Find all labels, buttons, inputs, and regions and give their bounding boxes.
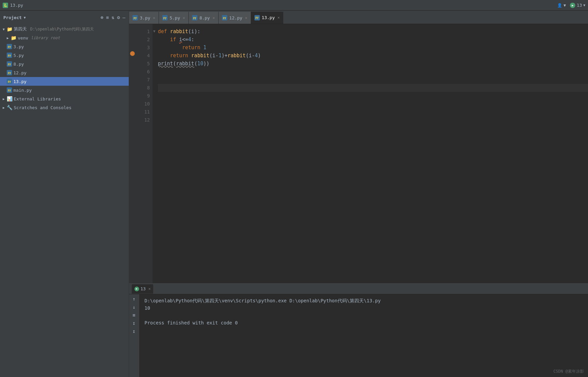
- number-4: 4: [188, 35, 191, 44]
- tab-icon-active: py: [254, 15, 260, 20]
- console-output-number: 10: [144, 304, 583, 312]
- breakpoint-gutter: [129, 24, 136, 283]
- profile-icon: 👤: [557, 3, 562, 8]
- py-file-icon: py: [7, 61, 12, 67]
- scratches-and-consoles-item[interactable]: ▶ 🔧 Scratches and Consoles: [0, 103, 129, 112]
- console-tab-close[interactable]: ✕: [149, 287, 151, 291]
- tree-file-8py[interactable]: py 8.py: [0, 60, 129, 68]
- scratches-label: Scratches and Consoles: [14, 105, 71, 110]
- close-sidebar-icon[interactable]: —: [123, 15, 125, 20]
- console-area: ▶ 13 ✕ ↑ ↓ ≡ ↧ ↥ D:\openlab\Python代码\第四天…: [129, 283, 588, 377]
- sidebar-actions: ⊕ ≡ ⇅ ⚙ —: [101, 15, 125, 20]
- tree-file-5py[interactable]: py 5.py: [0, 51, 129, 60]
- paren8: )): [203, 60, 209, 68]
- code-line-10: [158, 100, 588, 108]
- code-line-2: if i<=4:: [158, 35, 588, 44]
- indent-2: [158, 35, 170, 44]
- tab-5py[interactable]: py 5.py ✕: [159, 12, 189, 24]
- collapse-all-icon[interactable]: ≡: [106, 15, 109, 20]
- code-content[interactable]: ▼ def rabbit(i): if i<=4: return 1 retur…: [153, 24, 588, 283]
- tree-file-12py[interactable]: py 12.py: [0, 68, 129, 77]
- op-minus2: -: [252, 52, 255, 60]
- py-file-icon: py: [7, 70, 12, 75]
- external-libraries-label: External Libraries: [14, 96, 61, 101]
- code-line-9: [158, 92, 588, 100]
- sidebar-title: Project: [3, 15, 22, 20]
- tree-root-folder[interactable]: ▼ 📁 第四天 D:\openlab\Python代码\第四天: [0, 25, 129, 33]
- paren3: ): [222, 52, 225, 60]
- code-line-6: [158, 68, 588, 76]
- external-libraries-item[interactable]: ▶ 📊 External Libraries: [0, 94, 129, 103]
- sidebar-title-area[interactable]: Project ▼: [3, 15, 26, 20]
- number-4b: 4: [255, 52, 258, 60]
- sidebar: Project ▼ ⊕ ≡ ⇅ ⚙ — ▼ 📁 第四天 D:\openlab\P…: [0, 11, 129, 377]
- console-tab-13[interactable]: ▶ 13 ✕: [132, 284, 153, 294]
- code-editor[interactable]: 1 2 3 4 5 6 7 8 9 10 11 12 ▼ def rabbit(…: [129, 24, 588, 283]
- number-1: 1: [203, 44, 206, 52]
- tab-close-3py[interactable]: ✕: [153, 16, 155, 20]
- tree-file-3py[interactable]: py 3.py: [0, 42, 129, 51]
- keyword-return2: return: [170, 52, 191, 60]
- tab-13py[interactable]: py 13.py ✕: [251, 12, 284, 24]
- tab-icon: py: [162, 15, 168, 20]
- scratches-arrow-icon: ▶: [3, 106, 5, 109]
- sidebar-chevron-icon: ▼: [24, 16, 26, 19]
- tab-close-12py[interactable]: ✕: [245, 16, 247, 20]
- title-bar-right: 👤 ▼ ▶ 13 ▼: [557, 3, 585, 8]
- profile-chevron: ▼: [564, 3, 566, 8]
- settings-icon[interactable]: ⚙: [117, 15, 120, 20]
- tab-3py[interactable]: py 3.py ✕: [129, 12, 159, 24]
- console-blank-line: [144, 312, 583, 319]
- tab-close-13py[interactable]: ✕: [278, 15, 280, 20]
- scroll-up-btn[interactable]: ↑: [132, 296, 135, 302]
- main-layout: Project ▼ ⊕ ≡ ⇅ ⚙ — ▼ 📁 第四天 D:\openlab\P…: [0, 11, 588, 377]
- locate-icon[interactable]: ⊕: [101, 15, 103, 20]
- code-line-1: ▼ def rabbit(i):: [158, 27, 588, 35]
- breakpoint-line4[interactable]: [130, 51, 135, 56]
- profile-area[interactable]: 👤 ▼: [557, 3, 566, 8]
- paren2: (: [210, 52, 213, 60]
- scroll-down-btn[interactable]: ↓: [132, 304, 135, 310]
- file-name-13py: 13.py: [13, 79, 26, 84]
- py-file-icon: py: [7, 87, 12, 93]
- code-line-8: [158, 84, 588, 92]
- tree-venv[interactable]: ▶ 📁 venv library root: [0, 33, 129, 42]
- tree-file-13py[interactable]: py 13.py: [0, 77, 129, 86]
- ext-libs-arrow-icon: ▶: [3, 97, 5, 101]
- venv-folder-icon: 📁: [11, 35, 16, 41]
- file-tree: ▼ 📁 第四天 D:\openlab\Python代码\第四天 ▶ 📁 venv…: [0, 24, 129, 377]
- expand-all-icon[interactable]: ⇅: [112, 15, 114, 20]
- op-le: <=: [182, 35, 188, 44]
- more-btn[interactable]: ↥: [132, 328, 135, 334]
- console-output: D:\openlab\Python代码\第四天\venv\Scripts\pyt…: [139, 294, 588, 377]
- run-area[interactable]: ▶ 13 ▼: [570, 3, 585, 8]
- code-line-11: [158, 108, 588, 116]
- pin-btn[interactable]: ↧: [132, 320, 135, 326]
- tab-label-5py: 5.py: [170, 15, 180, 20]
- colon: :: [191, 35, 194, 44]
- param-i: i: [191, 27, 194, 35]
- console-run-icon: ▶: [134, 287, 139, 291]
- right-panel: py 3.py ✕ py 5.py ✕ py 8.py ✕ py 12.py ✕…: [129, 11, 588, 377]
- root-path: D:\openlab\Python代码\第四天: [30, 26, 94, 32]
- console-tab-bar: ▶ 13 ✕: [129, 284, 588, 294]
- tab-close-8py[interactable]: ✕: [213, 16, 215, 20]
- title-bar-left: 🐍 13.py: [3, 3, 23, 8]
- number-1b: 1: [219, 52, 222, 60]
- paren: (: [188, 27, 191, 35]
- py-file-icon: py: [7, 44, 12, 49]
- op-minus: -: [216, 52, 219, 60]
- tab-close-5py[interactable]: ✕: [183, 16, 185, 20]
- tab-bar: py 3.py ✕ py 5.py ✕ py 8.py ✕ py 12.py ✕…: [129, 11, 588, 24]
- file-name-mainpy: main.py: [13, 88, 32, 93]
- func-call-1: rabbit: [191, 52, 209, 60]
- tab-12py[interactable]: py 12.py ✕: [219, 12, 251, 24]
- sidebar-header: Project ▼ ⊕ ≡ ⇅ ⚙ —: [0, 11, 129, 24]
- ext-libs-icon: 📊: [7, 96, 12, 101]
- file-name-8py: 8.py: [13, 62, 24, 67]
- param-i3: i: [249, 52, 252, 60]
- console-tab-label: 13: [140, 286, 146, 291]
- clear-console-btn[interactable]: ≡: [132, 312, 135, 318]
- tab-8py[interactable]: py 8.py ✕: [189, 12, 219, 24]
- tree-file-mainpy[interactable]: py main.py: [0, 86, 129, 94]
